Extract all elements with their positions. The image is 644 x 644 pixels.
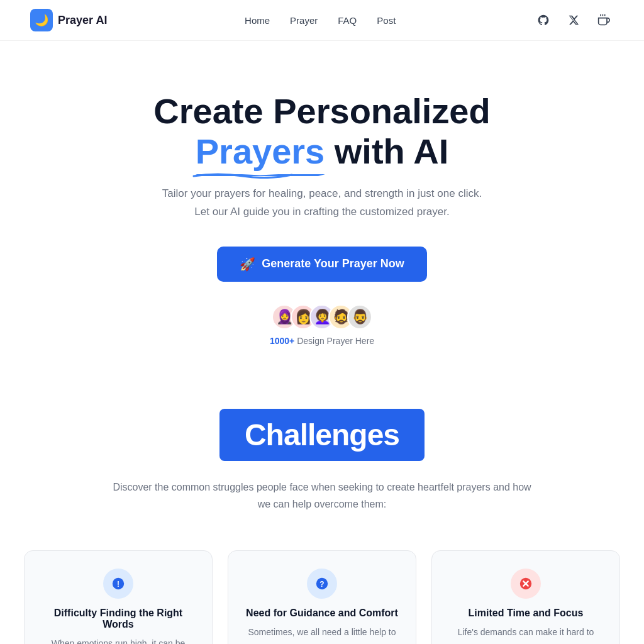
card-desc-time: Life's demands can make it hard to: [458, 625, 594, 639]
card-icon-info: !: [103, 569, 133, 599]
card-desc-difficulty: When emotions run high, it can be: [52, 636, 185, 644]
logo-icon: 🌙: [30, 9, 53, 31]
coffee-icon: [597, 14, 610, 26]
svg-text:?: ?: [319, 580, 324, 589]
nav-prayer[interactable]: Prayer: [290, 15, 318, 26]
generate-prayer-button[interactable]: 🚀 Generate Your Prayer Now: [217, 247, 426, 282]
avatar-group: 🧕 👩 👩‍🦱 🧔 🧔‍♂️: [272, 304, 372, 330]
card-guidance: ? Need for Guidance and Comfort Sometime…: [228, 550, 416, 644]
card-title-guidance: Need for Guidance and Comfort: [246, 608, 398, 619]
card-title-time: Limited Time and Focus: [469, 608, 584, 619]
x-icon: [568, 14, 579, 26]
challenges-badge: Challenges: [219, 409, 425, 461]
challenges-description: Discover the common struggles people fac…: [108, 479, 536, 513]
challenge-cards: ! Difficulty Finding the Right Words Whe…: [0, 525, 644, 644]
nav-post[interactable]: Post: [377, 15, 396, 26]
hero-highlight: Prayers: [196, 131, 325, 172]
card-time: Limited Time and Focus Life's demands ca…: [431, 550, 620, 644]
nav-faq[interactable]: FAQ: [338, 15, 357, 26]
challenges-section: Challenges Discover the common struggles…: [0, 371, 644, 525]
card-icon-error: [511, 569, 541, 599]
card-desc-guidance: Sometimes, we all need a little help to: [248, 625, 396, 639]
nav-home[interactable]: Home: [245, 15, 270, 26]
hero-title: Create Personalized Prayers with AI: [102, 91, 542, 172]
card-icon-help: ?: [307, 569, 337, 599]
nav-icon-group: [533, 10, 614, 30]
navbar: 🌙 Prayer AI Home Prayer FAQ Post: [0, 0, 644, 41]
nav-links: Home Prayer FAQ Post: [245, 15, 396, 26]
hero-subtitle: Tailor your prayers for healing, peace, …: [162, 185, 482, 221]
github-button[interactable]: [533, 10, 553, 30]
hero-section: Create Personalized Prayers with AI Tail…: [0, 41, 644, 371]
logo[interactable]: 🌙 Prayer AI: [30, 9, 107, 31]
underline-decoration: [192, 171, 293, 179]
card-difficulty: ! Difficulty Finding the Right Words Whe…: [24, 550, 213, 644]
rocket-icon: 🚀: [240, 257, 255, 272]
social-proof: 🧕 👩 👩‍🦱 🧔 🧔‍♂️ 1000+ Design Prayer Here: [270, 304, 374, 346]
card-title-difficulty: Difficulty Finding the Right Words: [38, 608, 198, 630]
social-proof-text: 1000+ Design Prayer Here: [270, 336, 374, 346]
github-icon: [537, 14, 550, 26]
svg-text:!: !: [117, 580, 119, 589]
logo-text: Prayer AI: [58, 14, 107, 27]
avatar: 🧔‍♂️: [347, 304, 372, 330]
coffee-button[interactable]: [594, 10, 614, 30]
x-button[interactable]: [564, 10, 584, 30]
